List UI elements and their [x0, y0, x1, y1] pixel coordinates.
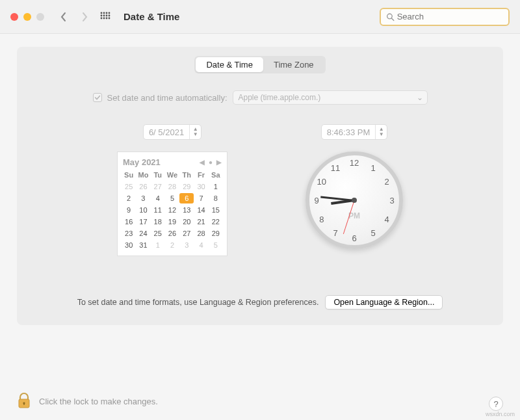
forward-button[interactable]	[77, 8, 92, 26]
chevron-left-icon	[60, 12, 67, 22]
clock-number: 7	[333, 228, 337, 238]
zoom-window-button[interactable]	[36, 13, 44, 21]
calendar-day[interactable]: 1	[151, 240, 165, 250]
calendar-day[interactable]: 28	[194, 228, 208, 239]
tab-bar: Date & Time Time Zone	[194, 56, 325, 73]
time-server-value: Apple (time.apple.com.)	[239, 93, 321, 102]
svg-rect-16	[23, 403, 24, 405]
calendar-day[interactable]: 5	[209, 240, 223, 250]
calendar-day[interactable]: 22	[209, 217, 223, 227]
calendar: May 2021 ◀ ● ▶ SuMoTuWeThFrSa25262728293…	[117, 151, 228, 256]
calendar-day[interactable]: 29	[179, 181, 194, 192]
tab-time-zone[interactable]: Time Zone	[263, 57, 324, 72]
stepper-arrows-icon[interactable]: ▲▼	[375, 125, 387, 139]
svg-point-7	[109, 14, 110, 16]
calendar-day[interactable]: 27	[151, 181, 165, 192]
calendar-day[interactable]: 15	[209, 205, 223, 215]
calendar-day[interactable]: 30	[122, 240, 136, 250]
clock-number: 9	[314, 196, 318, 205]
titlebar: Date & Time	[0, 0, 520, 34]
back-button[interactable]	[56, 8, 72, 26]
calendar-day[interactable]: 2	[122, 193, 136, 203]
auto-set-checkbox[interactable]	[93, 93, 102, 102]
search-field[interactable]	[380, 8, 510, 26]
calendar-day[interactable]: 12	[165, 205, 179, 215]
lock-icon[interactable]	[17, 392, 31, 411]
calendar-day[interactable]: 24	[136, 228, 150, 239]
open-language-region-button[interactable]: Open Language & Region...	[325, 295, 443, 309]
calendar-day[interactable]: 8	[209, 193, 223, 203]
clock-pin-icon	[352, 198, 357, 203]
svg-point-6	[106, 14, 108, 16]
calendar-day[interactable]: 7	[194, 193, 208, 203]
calendar-day[interactable]: 2	[165, 240, 179, 250]
calendar-dow: Tu	[151, 170, 165, 180]
tab-date-time[interactable]: Date & Time	[196, 57, 263, 72]
svg-point-1	[103, 12, 105, 14]
date-stepper[interactable]: 6/ 5/2021 ▲▼	[143, 124, 202, 140]
calendar-day[interactable]: 25	[122, 181, 136, 192]
calendar-day[interactable]: 19	[165, 217, 179, 227]
window-title: Date & Time	[124, 11, 179, 22]
calendar-day[interactable]: 27	[179, 228, 194, 239]
calendar-day[interactable]: 10	[136, 205, 150, 215]
calendar-dow: Fr	[194, 170, 208, 180]
clock-number: 12	[350, 158, 359, 168]
svg-point-9	[103, 17, 105, 19]
calendar-day[interactable]: 5	[165, 193, 179, 203]
close-window-button[interactable]	[10, 13, 18, 21]
stepper-arrows-icon[interactable]: ▲▼	[189, 125, 201, 139]
calendar-day[interactable]: 26	[136, 181, 150, 192]
calendar-day[interactable]: 31	[136, 240, 150, 250]
calendar-day[interactable]: 11	[151, 205, 165, 215]
svg-point-3	[109, 12, 110, 14]
search-input[interactable]	[397, 12, 503, 21]
check-icon	[94, 94, 101, 101]
calendar-today-button[interactable]: ●	[209, 159, 213, 166]
clock-number: 1	[370, 163, 375, 172]
calendar-next-button[interactable]: ▶	[216, 159, 222, 166]
calendar-day[interactable]: 13	[179, 205, 194, 215]
calendar-day[interactable]: 28	[165, 181, 179, 192]
calendar-day[interactable]: 30	[194, 181, 208, 192]
calendar-day[interactable]: 6	[179, 193, 194, 203]
clock-number: 5	[370, 228, 375, 238]
calendar-day[interactable]: 20	[179, 217, 194, 227]
calendar-day[interactable]: 16	[122, 217, 136, 227]
calendar-dow: Su	[122, 170, 136, 180]
calendar-day[interactable]: 23	[122, 228, 136, 239]
clock-number: 2	[385, 177, 389, 187]
calendar-day[interactable]: 14	[194, 205, 208, 215]
chevron-down-icon: ⌄	[417, 93, 423, 102]
help-button[interactable]: ?	[489, 397, 503, 411]
calendar-day[interactable]: 17	[136, 217, 150, 227]
watermark-label: wsxdn.com	[486, 411, 515, 417]
calendar-day[interactable]: 26	[165, 228, 179, 239]
search-icon	[386, 12, 395, 21]
show-all-button[interactable]	[98, 8, 113, 26]
chevron-right-icon	[81, 12, 88, 22]
calendar-day[interactable]: 9	[122, 205, 136, 215]
preferences-panel: Date & Time Time Zone Set date and time …	[17, 47, 503, 325]
clock-number: 10	[317, 177, 326, 187]
calendar-day[interactable]: 3	[179, 240, 194, 250]
time-server-select[interactable]: Apple (time.apple.com.) ⌄	[233, 90, 428, 105]
calendar-prev-button[interactable]: ◀	[200, 159, 205, 166]
calendar-day[interactable]: 18	[151, 217, 165, 227]
svg-point-0	[101, 12, 103, 14]
svg-point-8	[101, 17, 103, 19]
calendar-day[interactable]: 1	[209, 181, 223, 192]
calendar-day[interactable]: 4	[151, 193, 165, 203]
minimize-window-button[interactable]	[23, 13, 31, 21]
time-stepper[interactable]: 8:46:33 PM ▲▼	[321, 124, 388, 140]
analog-clock: 123456789101112 PM	[306, 151, 403, 249]
calendar-day[interactable]: 21	[194, 217, 208, 227]
svg-point-10	[106, 17, 108, 19]
lock-hint-label: Click the lock to make changes.	[39, 397, 158, 406]
calendar-day[interactable]: 3	[136, 193, 150, 203]
calendar-day[interactable]: 4	[194, 240, 208, 250]
minute-hand	[320, 196, 354, 201]
svg-line-13	[391, 18, 393, 20]
calendar-day[interactable]: 25	[151, 228, 165, 239]
calendar-day[interactable]: 29	[209, 228, 223, 239]
